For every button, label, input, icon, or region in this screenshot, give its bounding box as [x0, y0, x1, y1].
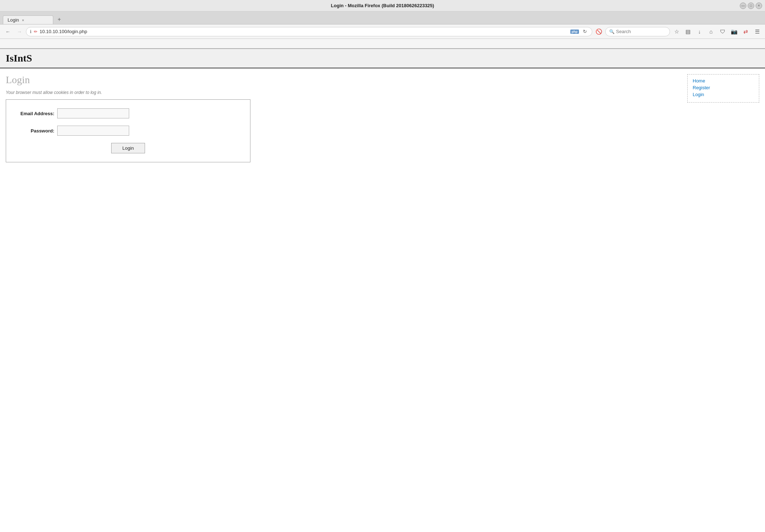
url-input[interactable]	[40, 29, 568, 34]
home-icon: ⌂	[709, 28, 712, 35]
sync-button[interactable]: ⇄	[741, 27, 751, 37]
php-badge: php	[570, 30, 579, 34]
nav-bar: ← → ℹ ✏ php ↻ 🚫 🔍 ☆ ▤	[0, 24, 765, 39]
sidebar-nav-box: Home Register Login	[687, 74, 759, 103]
close-icon: ×	[758, 4, 760, 8]
download-icon: ↓	[698, 28, 701, 35]
back-button[interactable]: ←	[3, 27, 13, 37]
tab-close-button[interactable]: ×	[22, 18, 24, 22]
site-title: IsIntS	[6, 53, 32, 64]
bookmark-star-button[interactable]: ☆	[671, 27, 682, 37]
title-bar: Login - Mozilla Firefox (Build 201806262…	[0, 0, 765, 12]
minimize-button[interactable]: —	[740, 3, 746, 9]
search-bar[interactable]: 🔍	[605, 27, 670, 36]
back-icon: ←	[5, 29, 10, 35]
info-icon: ℹ	[30, 29, 32, 34]
sidebar-link-register[interactable]: Register	[693, 85, 754, 90]
shield-icon: 🛡	[720, 28, 725, 35]
login-button[interactable]: Login	[111, 143, 145, 153]
right-sidebar: Home Register Login	[687, 74, 759, 526]
camera-icon: 📷	[731, 28, 738, 35]
close-button[interactable]: ×	[756, 3, 762, 9]
maximize-button[interactable]: □	[748, 3, 754, 9]
forward-icon: →	[17, 29, 22, 35]
reader-view-button[interactable]: ▤	[683, 27, 693, 37]
search-icon: 🔍	[609, 29, 615, 34]
window-title: Login - Mozilla Firefox (Build 201806262…	[331, 3, 434, 8]
page-content: IsIntS Login Your browser must allow coo…	[0, 49, 765, 532]
email-row: Email Address:	[15, 108, 241, 118]
maximize-icon: □	[750, 4, 752, 8]
shield-button[interactable]: 🛡	[718, 27, 728, 37]
bookmarks-bar	[0, 39, 765, 49]
reload-button[interactable]: ↻	[581, 28, 588, 35]
password-input[interactable]	[57, 126, 129, 136]
password-label: Password:	[15, 128, 54, 134]
submit-row: Login	[15, 143, 241, 153]
active-tab[interactable]: Login ×	[3, 15, 53, 24]
menu-button[interactable]: ☰	[752, 27, 762, 37]
left-content: Login Your browser must allow cookies in…	[6, 74, 682, 526]
email-input[interactable]	[57, 108, 129, 118]
login-form-box: Email Address: Password: Login	[6, 99, 250, 162]
forward-button[interactable]: →	[14, 27, 24, 37]
sync-icon: ⇄	[743, 28, 748, 35]
reader-icon: ▤	[685, 28, 691, 35]
star-icon: ☆	[674, 28, 679, 35]
home-button[interactable]: ⌂	[706, 27, 716, 37]
browser-toolbar: ☆ ▤ ↓ ⌂ 🛡 📷 ⇄ ☰	[671, 27, 762, 37]
toolbar-icons: 🚫	[594, 27, 604, 37]
page-heading: Login	[6, 74, 682, 86]
edit-icon: ✏	[34, 29, 37, 34]
cookie-notice: Your browser must allow cookies in order…	[6, 90, 682, 95]
tab-label: Login	[8, 17, 19, 23]
reload-icon: ↻	[583, 29, 587, 34]
noscript-button[interactable]: 🚫	[594, 27, 604, 37]
main-area: Login Your browser must allow cookies in…	[0, 68, 765, 532]
minimize-icon: —	[741, 4, 745, 8]
sidebar-link-login[interactable]: Login	[693, 92, 754, 97]
search-input[interactable]	[616, 29, 666, 34]
screenshot-button[interactable]: 📷	[729, 27, 739, 37]
email-label: Email Address:	[15, 111, 54, 116]
new-tab-button[interactable]: +	[55, 15, 64, 24]
download-button[interactable]: ↓	[694, 27, 705, 37]
tab-bar: Login × +	[0, 12, 765, 24]
sidebar-link-home[interactable]: Home	[693, 78, 754, 84]
password-row: Password:	[15, 126, 241, 136]
address-bar[interactable]: ℹ ✏ php ↻	[26, 27, 592, 36]
menu-icon: ☰	[755, 28, 760, 35]
browser-window: Login - Mozilla Firefox (Build 201806262…	[0, 0, 765, 532]
site-header: IsIntS	[0, 49, 765, 68]
window-controls: — □ ×	[740, 3, 762, 9]
